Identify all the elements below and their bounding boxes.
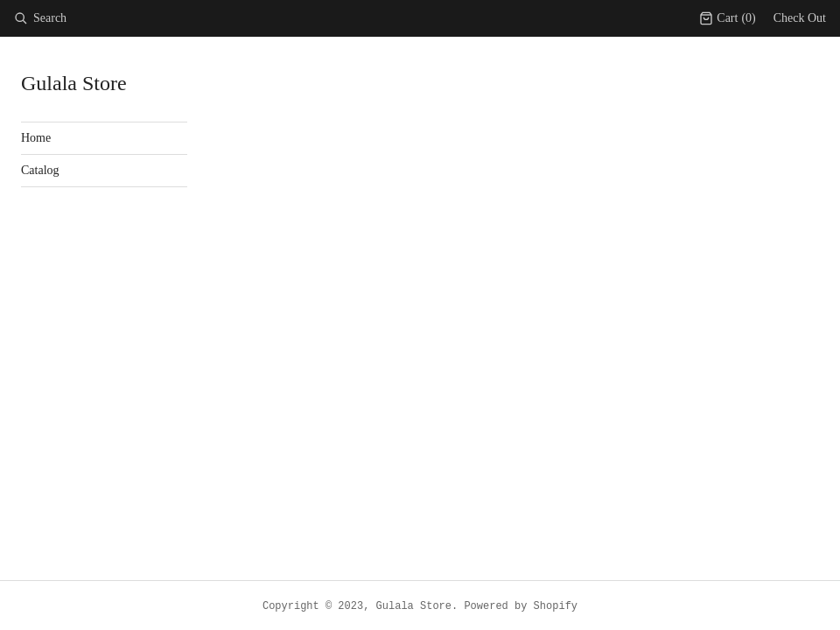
footer-store-link[interactable]: Gulala Store bbox=[376, 600, 452, 612]
search-icon bbox=[14, 11, 28, 25]
main-content: Gulala Store Home Catalog bbox=[0, 37, 840, 222]
nav-item-home: Home bbox=[21, 122, 187, 155]
cart-link[interactable]: Cart (0) bbox=[699, 11, 755, 25]
cart-label: Cart bbox=[717, 11, 738, 25]
header-right: Cart (0) Check Out bbox=[699, 11, 826, 25]
main-nav: Home Catalog bbox=[21, 122, 187, 187]
store-title: Gulala Store bbox=[21, 72, 819, 95]
checkout-label: Check Out bbox=[774, 11, 826, 25]
nav-link-catalog[interactable]: Catalog bbox=[21, 164, 187, 178]
site-footer: Copyright © 2023, Gulala Store. Powered … bbox=[0, 580, 840, 630]
footer-copyright-text: Copyright © 2023, bbox=[262, 600, 369, 612]
nav-link-home[interactable]: Home bbox=[21, 131, 187, 145]
checkout-link[interactable]: Check Out bbox=[774, 11, 826, 25]
svg-line-1 bbox=[23, 20, 26, 24]
cart-count: (0) bbox=[741, 11, 755, 25]
svg-point-0 bbox=[16, 13, 24, 21]
footer-shopify-link[interactable]: Powered by Shopify bbox=[464, 600, 578, 612]
footer-copyright: Copyright © 2023, Gulala Store. Powered … bbox=[262, 600, 578, 612]
search-icon-svg bbox=[14, 11, 28, 25]
header-left bbox=[14, 11, 208, 25]
cart-icon bbox=[699, 11, 713, 25]
nav-item-catalog: Catalog bbox=[21, 155, 187, 187]
site-header: Cart (0) Check Out bbox=[0, 0, 840, 37]
search-input[interactable] bbox=[33, 11, 208, 25]
